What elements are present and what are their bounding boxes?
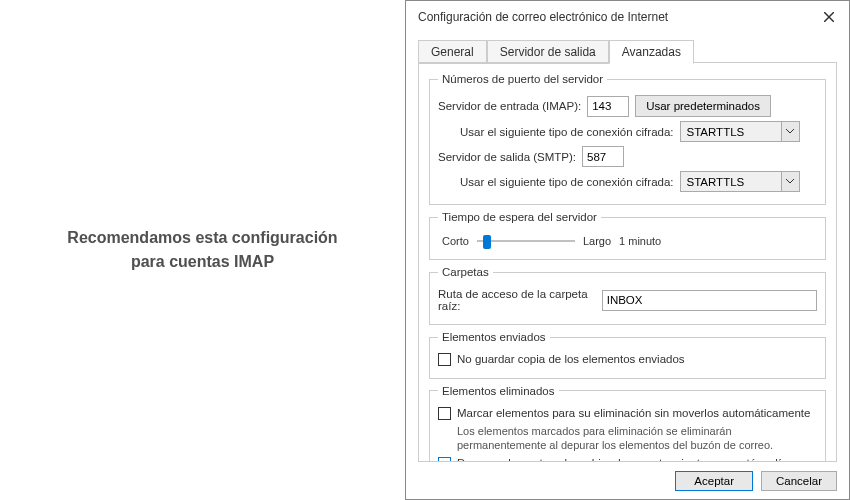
use-defaults-button[interactable]: Usar predeterminados (635, 95, 771, 117)
smtp-port-label: Servidor de salida (SMTP): (438, 151, 576, 163)
imap-port-input[interactable] (587, 96, 629, 117)
timeout-short-label: Corto (442, 235, 469, 247)
recommendation-line2: para cuentas IMAP (67, 250, 337, 274)
root-path-label: Ruta de acceso de la carpeta raíz: (438, 288, 596, 312)
recommendation-panel: Recomendamos esta configuración para cue… (0, 0, 405, 500)
purge-on-switch-checkbox[interactable] (438, 457, 451, 462)
purge-on-switch-label: Depurar elementos al cambiar de carpeta … (457, 456, 800, 462)
dialog-footer: Aceptar Cancelar (406, 463, 849, 499)
titlebar: Configuración de correo electrónico de I… (406, 1, 849, 31)
smtp-encryption-select[interactable]: STARTTLS (680, 171, 800, 192)
chevron-down-icon (781, 172, 799, 191)
timeout-slider[interactable] (477, 233, 575, 249)
tab-content: Números de puerto del servidor Servidor … (418, 62, 837, 462)
tab-outgoing-server[interactable]: Servidor de salida (487, 40, 609, 64)
sent-items-group: Elementos enviados No guardar copia de l… (429, 331, 826, 379)
recommendation-line1: Recomendamos esta configuración (67, 226, 337, 250)
root-path-input[interactable] (602, 290, 817, 311)
sent-items-legend: Elementos enviados (438, 331, 550, 343)
port-numbers-group: Números de puerto del servidor Servidor … (429, 73, 826, 205)
imap-encryption-select[interactable]: STARTTLS (680, 121, 800, 142)
folders-legend: Carpetas (438, 266, 493, 278)
port-numbers-legend: Números de puerto del servidor (438, 73, 607, 85)
cancel-button[interactable]: Cancelar (761, 471, 837, 491)
smtp-port-input[interactable] (582, 146, 624, 167)
close-button[interactable] (819, 7, 839, 27)
imap-port-label: Servidor de entrada (IMAP): (438, 100, 581, 112)
timeout-long-label: Largo (583, 235, 611, 247)
server-timeout-legend: Tiempo de espera del servidor (438, 211, 601, 223)
deletion-hint: Los elementos marcados para eliminación … (457, 424, 817, 453)
tab-general[interactable]: General (418, 40, 487, 64)
chevron-down-icon (781, 122, 799, 141)
slider-thumb[interactable] (483, 235, 491, 249)
mark-for-deletion-checkbox[interactable] (438, 407, 451, 420)
mark-for-deletion-label: Marcar elementos para su eliminación sin… (457, 406, 810, 421)
ok-button[interactable]: Aceptar (675, 471, 753, 491)
no-save-copy-checkbox[interactable] (438, 353, 451, 366)
deleted-items-group: Elementos eliminados Marcar elementos pa… (429, 385, 826, 462)
email-settings-dialog: Configuración de correo electrónico de I… (405, 0, 850, 500)
server-timeout-group: Tiempo de espera del servidor Corto Larg… (429, 211, 826, 260)
recommendation-text: Recomendamos esta configuración para cue… (67, 226, 337, 274)
tab-advanced[interactable]: Avanzadas (609, 40, 694, 64)
smtp-encryption-label: Usar el siguiente tipo de conexión cifra… (460, 176, 674, 188)
deleted-items-legend: Elementos eliminados (438, 385, 559, 397)
dialog-title: Configuración de correo electrónico de I… (418, 10, 819, 24)
imap-encryption-value: STARTTLS (687, 126, 745, 138)
folders-group: Carpetas Ruta de acceso de la carpeta ra… (429, 266, 826, 325)
tab-bar: General Servidor de salida Avanzadas (406, 31, 849, 63)
smtp-encryption-value: STARTTLS (687, 176, 745, 188)
no-save-copy-label: No guardar copia de los elementos enviad… (457, 352, 685, 367)
timeout-value: 1 minuto (619, 235, 661, 247)
imap-encryption-label: Usar el siguiente tipo de conexión cifra… (460, 126, 674, 138)
close-icon (824, 12, 834, 22)
